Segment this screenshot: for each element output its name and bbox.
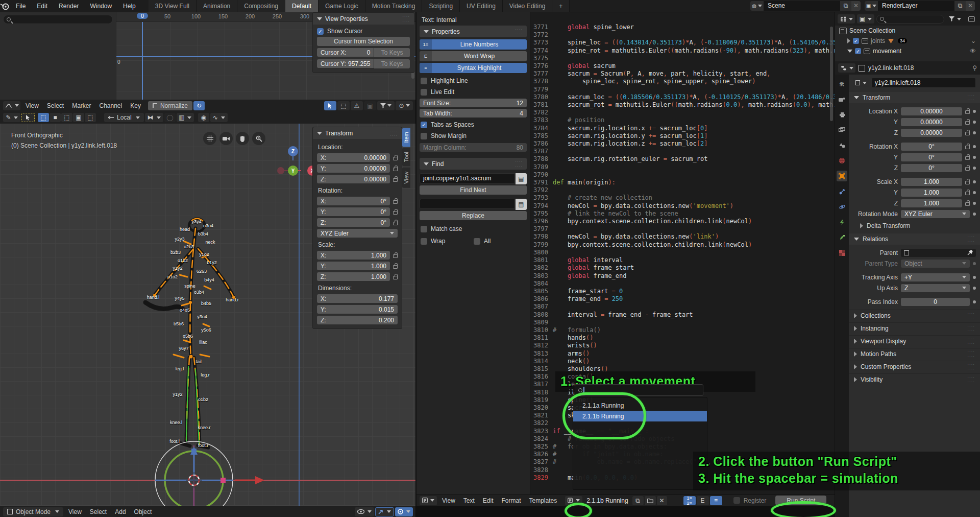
code-line[interactable]: 3809 [530,319,835,326]
camera-view-icon[interactable] [219,132,233,145]
code-line[interactable]: 3779 [530,86,835,93]
word-wrap-toggle-icon[interactable]: E [697,496,709,505]
code-line[interactable]: 3813 arms() [530,350,835,358]
replace-button[interactable]: Replace [420,211,527,220]
prop-row-4[interactable]: Y0° [853,152,976,162]
workspace-tab-uv-editing[interactable]: UV Editing [460,0,503,12]
rotation-mode-dropdown[interactable]: XYZ Euler [317,229,398,238]
animate-dot-icon[interactable] [973,191,976,194]
tab-modifiers-icon[interactable] [837,186,847,197]
prop-row-0[interactable]: Location X0.00000 [853,106,976,116]
gizmo-toggle-icon[interactable]: ◉ [198,113,209,122]
pivot-icon[interactable]: ⊙ [396,101,413,110]
lock-icon[interactable] [965,181,970,184]
find-input[interactable]: joint.copper.y1o1.sacrum [420,173,515,183]
transform-panel-header[interactable]: Transform········ [313,127,402,139]
tab-scene-icon[interactable] [837,140,847,151]
annotate-tool-icon[interactable]: ✎ [3,113,20,122]
code-line[interactable]: 3786 sacrum.rig.location.z += sacrum_loc… [530,140,835,148]
editor-type-outliner-icon[interactable] [838,14,855,24]
normalize-auto-icon[interactable]: ↻ [193,101,205,110]
workspace-tab-scripting[interactable]: Scripting [422,0,460,12]
lock-icon[interactable] [393,222,398,225]
select-mode-sub-icon[interactable]: ▣ [73,113,84,122]
up-axis-row[interactable]: Up Axis Z [853,283,976,293]
find-next-button[interactable]: Find Next [420,185,527,195]
text-menu-format[interactable]: Format [498,497,525,504]
code-line[interactable]: 3781 sacrum_rot = mathutils.Euler((math.… [530,101,835,109]
lock-icon[interactable] [965,156,970,160]
topbar-menu-file[interactable]: File [10,0,31,12]
panel-grip-icon[interactable]: ········ [390,129,398,138]
tab-tool-icon[interactable]: 🛠︎ [837,79,847,89]
cursor-tool-icon[interactable] [21,113,35,122]
select-mode-new-icon[interactable]: ■ [50,113,61,122]
ruler-frame-label[interactable]: 100 [191,13,201,19]
channel-search-input[interactable] [3,15,113,24]
code-line[interactable]: 3799 bpy.context.scene.collection.childr… [530,241,835,249]
lock-icon[interactable] [965,121,970,125]
lock-icon[interactable] [393,200,398,204]
code-line[interactable]: 3800 [530,249,835,256]
box-select-icon[interactable]: ⬚ [337,101,350,110]
value-field[interactable]: 0.00000 [901,129,962,137]
location-x-field[interactable]: X:0.00000 [317,153,398,162]
outliner-filter-icon[interactable] [946,14,964,24]
section-visibility[interactable]: Visibility········ [849,373,980,385]
code-line[interactable]: 3802 global frame_start [530,264,835,272]
checkbox-highlight-line[interactable]: Highlight Line [421,77,527,84]
checkbox-live-edit[interactable]: Live Edit [421,88,527,96]
code-line[interactable]: 3774 spine_rot = mathutils.Euler((math.r… [530,47,835,55]
new-collection-icon[interactable] [966,14,977,24]
pan-hand-icon[interactable] [236,132,249,145]
code-line[interactable]: 3792 [530,186,835,194]
cursor-y-field[interactable]: Cursor Y:957.255 [317,59,374,68]
section-custom-properties[interactable]: Custom Properties········ [849,361,980,372]
animate-dot-icon[interactable] [973,202,976,205]
animate-dot-icon[interactable] [973,145,976,148]
lock-icon[interactable] [393,211,398,215]
cursor-y-to-keys-button[interactable]: To Keys [374,59,410,68]
find-panel-header[interactable]: Find········ [420,158,527,170]
code-line[interactable]: 3775 [530,55,835,62]
current-frame-indicator[interactable]: 0 [137,13,148,19]
disclosure-icon[interactable] [847,38,850,43]
code-line[interactable]: 3814 neck() [530,358,835,365]
panel-grip-icon[interactable]: ········ [515,159,523,169]
tab-width-field[interactable]: Tab Width:4 [420,109,527,118]
viewport-menu-add[interactable]: Add [111,508,130,515]
axis-z-ball[interactable]: Z [288,146,298,156]
rotation-mode-row[interactable]: Rotation Mode XYZ Euler [853,209,976,219]
overlay-dropdown[interactable]: ∿ [210,113,228,122]
syntax-toggle-icon[interactable]: ≡ [710,496,722,505]
pin-icon[interactable]: ⚲ [972,64,977,72]
lock-icon[interactable] [393,276,398,279]
graph-menu-view[interactable]: View [21,102,43,109]
proportional-edit-icon[interactable]: ◯ [164,113,176,122]
value-field[interactable]: 1.000 [901,199,962,207]
text-properties-header[interactable]: Properties········ [420,26,527,37]
playhead[interactable] [142,22,143,100]
axis-y-ball[interactable]: Y [288,166,298,176]
text-menu-edit[interactable]: Edit [479,497,498,504]
topbar-menu-edit[interactable]: Edit [31,0,53,12]
font-size-field[interactable]: Font Size:12 [420,99,527,107]
parent-row[interactable]: Parent [853,248,976,257]
tracking-axis-row[interactable]: Tracking Axis +Y [853,272,976,282]
code-line[interactable]: 3808 interval = frame_end - frame_start [530,311,835,319]
editor-type-text-icon[interactable] [420,496,437,505]
replace-input[interactable] [420,199,515,209]
ruler-frame-label[interactable]: 50 [164,13,170,19]
select-mode-and-icon[interactable]: ⬚ [85,113,96,122]
outliner-search-input[interactable] [876,15,944,24]
code-line[interactable]: 3783 # position [530,116,835,124]
code-line[interactable]: 3807 [530,303,835,311]
prop-row-3[interactable]: Rotation X0° [853,142,976,151]
pass-index-field[interactable]: 0 [901,298,970,306]
scale-y-field[interactable]: Y:1.000 [317,262,398,270]
prop-row-5[interactable]: Z0° [853,163,976,173]
viewport-menu-view[interactable]: View [64,508,86,515]
section-instancing[interactable]: Instancing········ [849,322,980,334]
outliner-row-movement[interactable]: ✓movement👁 [835,46,980,56]
prop-row-1[interactable]: Y0.00000 [853,117,976,127]
